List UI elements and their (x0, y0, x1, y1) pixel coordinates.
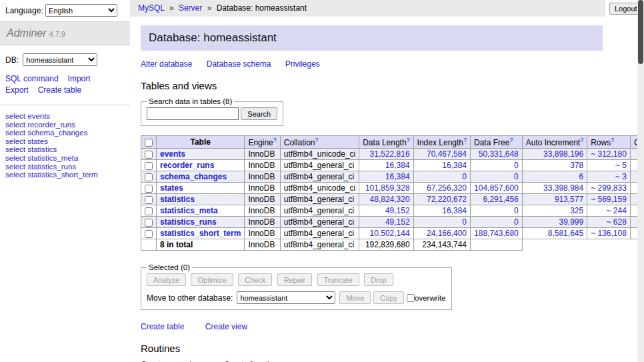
sidebar-item-select-recorder-runs[interactable]: select recorder_runs (5, 121, 125, 129)
index-length-link[interactable]: 0 (462, 172, 467, 181)
help-link[interactable]: ? (273, 137, 277, 143)
data-free-link[interactable]: 104,857,600 (474, 183, 519, 193)
scrollbar-thumb[interactable] (638, 0, 643, 64)
row-checkbox[interactable] (145, 219, 153, 227)
sidebar-item-select-statistics-meta[interactable]: select statistics_meta (5, 154, 125, 163)
row-checkbox[interactable] (145, 230, 153, 238)
data-length-link[interactable]: 31,522,816 (370, 149, 410, 159)
sidebar-link-export[interactable]: Export (5, 85, 29, 95)
table-link[interactable]: events (160, 149, 185, 159)
check-button[interactable]: Check (238, 273, 272, 286)
rows-count-link[interactable]: ~ 3 (615, 172, 627, 181)
index-length-link[interactable]: 16,384 (442, 206, 467, 215)
data-free-link[interactable]: 0 (514, 206, 519, 215)
table-link[interactable]: recorder_runs (160, 161, 214, 170)
auto-increment-link[interactable]: 33,398,984 (543, 183, 583, 193)
index-length-link[interactable]: 0 (462, 217, 467, 227)
table-link[interactable]: schema_changes (160, 172, 227, 181)
database-schema-link[interactable]: Database schema (207, 59, 271, 69)
row-checkbox[interactable] (145, 162, 153, 170)
alter-database-link[interactable]: Alter database (141, 59, 192, 69)
sidebar-item-select-schema-changes[interactable]: select schema_changes (5, 129, 125, 137)
data-length-link[interactable]: 49,152 (385, 217, 410, 227)
rows-count-link[interactable]: ~ 569,159 (591, 195, 627, 204)
db-select[interactable]: homeassistant (23, 53, 97, 66)
rows-count-link[interactable]: ~ 312,180 (591, 149, 627, 159)
table-link[interactable]: statistics (160, 195, 195, 204)
move-db-select[interactable]: homeassistant (237, 291, 335, 304)
auto-increment-link[interactable]: 378 (570, 161, 583, 170)
row-checkbox[interactable] (145, 151, 153, 159)
auto-increment-link[interactable]: 6 (579, 172, 583, 181)
index-length-link[interactable]: 24,166,400 (427, 229, 467, 238)
breadcrumb-server-link[interactable]: Server (179, 3, 202, 13)
rows-count-link[interactable]: ~ 299,833 (591, 183, 627, 193)
create-table-link[interactable]: Create table (141, 322, 184, 331)
move-button[interactable]: Move (339, 291, 371, 304)
optimize-button[interactable]: Optimize (191, 273, 233, 286)
index-length-link[interactable]: 70,467,584 (427, 149, 467, 159)
sidebar-link-sql-command[interactable]: SQL command (5, 74, 59, 83)
vertical-scrollbar[interactable] (637, 0, 644, 362)
data-length-link[interactable]: 16,384 (385, 172, 410, 181)
table-link[interactable]: statistics_runs (160, 217, 217, 227)
search-button[interactable]: Search (241, 107, 277, 120)
help-link[interactable]: ? (407, 137, 410, 143)
auto-increment-link[interactable]: 8,581,645 (548, 229, 583, 238)
row-checkbox[interactable] (145, 173, 153, 181)
index-length-link[interactable]: 16,384 (442, 161, 467, 170)
help-link[interactable]: ? (463, 137, 467, 143)
total-data-free (471, 239, 523, 251)
data-free-link[interactable]: 188,743,680 (474, 229, 519, 238)
auto-increment-link[interactable]: 913,577 (555, 195, 583, 204)
overwrite-checkbox[interactable] (407, 294, 415, 302)
sidebar-item-select-statistics-short-term[interactable]: select statistics_short_term (5, 171, 125, 179)
row-checkbox[interactable] (145, 196, 153, 204)
sidebar-item-select-statistics[interactable]: select statistics (5, 145, 125, 154)
select-all-checkbox[interactable] (145, 139, 153, 147)
rows-count-link[interactable]: ~ 628 (607, 217, 627, 227)
auto-increment-link[interactable]: 325 (570, 206, 583, 215)
sidebar-item-select-states[interactable]: select states (5, 137, 125, 146)
data-length-link[interactable]: 101,859,328 (365, 183, 410, 193)
table-link[interactable]: statistics_short_term (160, 229, 241, 238)
data-length-link[interactable]: 16,384 (385, 161, 410, 170)
rows-count-link[interactable]: ~ 5 (615, 161, 627, 170)
row-checkbox[interactable] (145, 207, 153, 215)
create-view-link[interactable]: Create view (205, 322, 247, 331)
privileges-link[interactable]: Privileges (285, 59, 320, 69)
truncate-button[interactable]: Truncate (317, 273, 359, 286)
drop-button[interactable]: Drop (364, 273, 393, 286)
data-length-link[interactable]: 10,502,144 (370, 229, 410, 238)
language-select[interactable]: English (45, 4, 117, 17)
help-link[interactable]: ? (611, 137, 614, 143)
sidebar-link-import[interactable]: Import (68, 74, 91, 83)
auto-increment-link[interactable]: 39,999 (559, 217, 583, 227)
data-free-link[interactable]: 50,331,648 (479, 149, 519, 159)
rows-count-link[interactable]: ~ 244 (607, 206, 627, 215)
sidebar-item-select-statistics-runs[interactable]: select statistics_runs (5, 163, 125, 171)
help-link[interactable]: ? (509, 137, 513, 143)
sidebar-link-create-table[interactable]: Create table (38, 85, 81, 95)
repair-button[interactable]: Repair (277, 273, 312, 286)
help-link[interactable]: ? (580, 137, 583, 143)
auto-increment-link[interactable]: 33,898,196 (543, 149, 583, 159)
data-free-link[interactable]: 0 (514, 217, 519, 227)
rows-count-link[interactable]: ~ 136,108 (591, 229, 627, 238)
row-checkbox[interactable] (145, 185, 153, 193)
analyze-button[interactable]: Analyze (147, 273, 186, 286)
table-link[interactable]: states (160, 183, 183, 193)
data-length-link[interactable]: 48,824,320 (370, 195, 410, 204)
index-length-link[interactable]: 67,256,320 (427, 183, 467, 193)
breadcrumb-mysql-link[interactable]: MySQL (138, 3, 165, 13)
search-input[interactable] (147, 107, 239, 120)
data-length-link[interactable]: 49,152 (385, 206, 410, 215)
index-length-link[interactable]: 72,220,672 (427, 195, 467, 204)
help-link[interactable]: ? (315, 137, 318, 143)
table-link[interactable]: statistics_meta (160, 206, 218, 215)
data-free-link[interactable]: 6,291,456 (483, 195, 518, 204)
sidebar-item-select-events[interactable]: select events (5, 112, 125, 121)
data-free-link[interactable]: 0 (514, 172, 519, 181)
copy-button[interactable]: Copy (373, 291, 404, 304)
data-free-link[interactable]: 0 (514, 161, 519, 170)
